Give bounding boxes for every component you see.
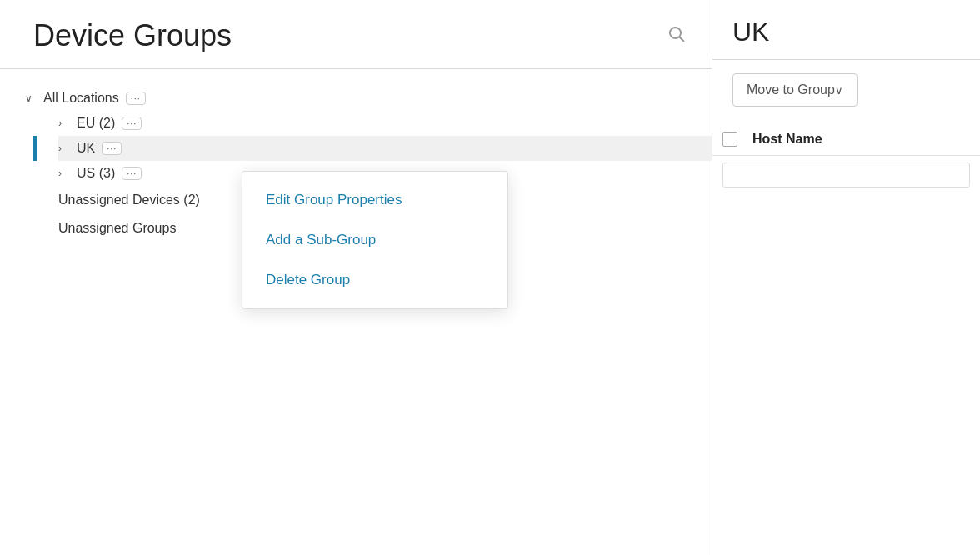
- chevron-right-icon-us: ›: [58, 168, 70, 179]
- uk-label: UK: [77, 141, 95, 156]
- chevron-right-icon-uk: ›: [58, 142, 70, 154]
- svg-line-1: [680, 38, 685, 42]
- header-divider: [0, 68, 712, 69]
- us-menu-button[interactable]: ···: [122, 167, 142, 180]
- unassigned-groups-label: Unassigned Groups: [58, 221, 176, 235]
- tree-item-uk[interactable]: › UK ···: [58, 136, 712, 161]
- context-menu: Edit Group Properties Add a Sub-Group De…: [242, 171, 508, 309]
- right-panel-divider: [712, 59, 980, 60]
- context-menu-item-add-subgroup[interactable]: Add a Sub-Group: [242, 220, 508, 260]
- svg-point-0: [670, 28, 681, 38]
- chevron-down-icon: ∨: [25, 92, 37, 104]
- right-panel-title: UK: [712, 0, 980, 59]
- header-checkbox[interactable]: [722, 132, 738, 147]
- context-menu-item-edit[interactable]: Edit Group Properties: [242, 180, 508, 220]
- chevron-down-icon: ∨: [835, 84, 843, 97]
- table-header: Host Name: [712, 123, 980, 156]
- header-checkbox-cell: [722, 132, 752, 147]
- col-host-name: Host Name: [752, 132, 970, 147]
- uk-menu-button[interactable]: ···: [102, 142, 122, 155]
- tree-item-eu[interactable]: › EU (2) ···: [58, 111, 712, 136]
- all-locations-label: All Locations: [43, 91, 119, 106]
- move-to-group-label: Move to Group: [747, 82, 835, 98]
- unassigned-devices-label: Unassigned Devices (2): [58, 192, 200, 207]
- page-title: Device Groups: [33, 18, 232, 53]
- host-name-search-input[interactable]: [722, 162, 970, 188]
- tree-item-all-locations[interactable]: ∨ All Locations ···: [25, 86, 712, 111]
- left-panel: Device Groups ∨ All Locations ··· › EU (…: [0, 0, 712, 555]
- context-menu-item-delete[interactable]: Delete Group: [242, 260, 508, 300]
- left-header: Device Groups: [0, 0, 712, 68]
- eu-menu-button[interactable]: ···: [122, 117, 142, 130]
- host-name-search-row: [712, 156, 980, 194]
- search-icon[interactable]: [667, 24, 687, 48]
- move-to-group-button[interactable]: Move to Group ∨: [732, 73, 858, 107]
- all-locations-menu-button[interactable]: ···: [126, 92, 146, 105]
- right-panel: UK Move to Group ∨ Host Name: [712, 0, 980, 555]
- eu-label: EU (2): [77, 116, 115, 131]
- chevron-right-icon: ›: [58, 118, 70, 129]
- us-label: US (3): [77, 166, 115, 181]
